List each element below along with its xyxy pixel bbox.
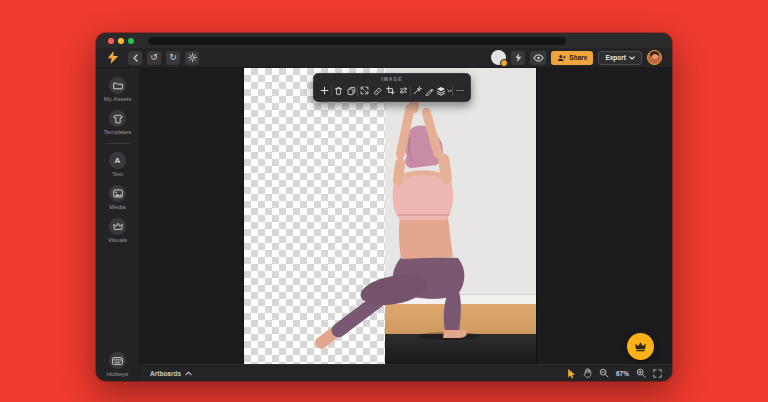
artboards-toggle[interactable]: Artboards xyxy=(150,370,192,377)
sidebar-item-my-assets[interactable]: My Assets xyxy=(96,74,139,105)
photo-background xyxy=(385,68,536,364)
bottom-bar: Artboards 67% xyxy=(140,364,672,381)
sidebar-label: Media xyxy=(109,204,125,210)
hand-tool-button[interactable] xyxy=(583,368,592,378)
export-button[interactable]: Export xyxy=(598,51,642,65)
undo-button[interactable]: ↺ xyxy=(147,51,161,65)
duplicate-icon xyxy=(347,86,356,96)
design-canvas[interactable]: IMAGE xyxy=(140,68,672,364)
visuals-icon xyxy=(113,222,123,231)
share-label: Share xyxy=(569,54,587,61)
window-controls xyxy=(108,38,134,44)
photo-baseboard xyxy=(385,294,536,304)
text-icon: A xyxy=(109,152,126,169)
hotkeys-label: Hotkeys xyxy=(107,371,129,377)
duplicate-button[interactable] xyxy=(345,84,358,97)
close-window-button[interactable] xyxy=(108,38,114,44)
sidebar-label: Text xyxy=(112,171,123,177)
pen-icon xyxy=(425,86,434,96)
sidebar-item-media[interactable]: Media xyxy=(96,182,139,213)
resize-icon xyxy=(360,86,369,95)
resize-button[interactable] xyxy=(358,84,371,97)
hotkeys-button[interactable]: Hotkeys xyxy=(107,352,129,381)
zoom-in-icon xyxy=(636,368,646,378)
remove-background-button[interactable] xyxy=(371,84,384,97)
toolbar-right-group: Share Export xyxy=(491,50,662,65)
share-button[interactable]: Share xyxy=(551,51,593,65)
shirt-icon xyxy=(113,114,123,124)
photo-wood-floor xyxy=(385,304,536,334)
erase-pen-button[interactable] xyxy=(423,84,436,97)
upgrade-button[interactable] xyxy=(511,51,525,65)
chevron-up-icon xyxy=(185,371,192,376)
lightning-icon xyxy=(515,53,522,62)
magic-wand-button[interactable] xyxy=(411,84,424,97)
cursor-icon xyxy=(567,368,576,379)
layers-button[interactable] xyxy=(436,86,452,96)
magic-wand-icon xyxy=(413,86,422,95)
eraser-icon xyxy=(373,86,382,95)
crop-icon xyxy=(386,86,395,95)
crown-icon xyxy=(634,341,647,352)
more-options-button[interactable]: ⋯ xyxy=(453,84,466,97)
image-context-toolbar: IMAGE xyxy=(313,73,471,102)
export-label: Export xyxy=(605,54,626,61)
eye-icon xyxy=(533,54,544,62)
person-plus-icon xyxy=(557,54,566,62)
add-icon xyxy=(320,86,329,95)
maximize-window-button[interactable] xyxy=(128,38,134,44)
preview-button[interactable] xyxy=(530,51,546,65)
flip-icon xyxy=(399,86,408,95)
zoom-in-button[interactable] xyxy=(636,368,646,378)
delete-button[interactable] xyxy=(332,84,345,97)
comments-avatar[interactable] xyxy=(491,50,506,65)
zoom-level-indicator[interactable]: 67% xyxy=(616,370,629,377)
app-window: ↺ ↻ Share Export xyxy=(96,33,672,381)
photo-yoga-mat xyxy=(385,334,536,364)
undo-icon: ↺ xyxy=(150,53,158,62)
sidebar-item-text[interactable]: A Text xyxy=(96,149,139,180)
fit-screen-button[interactable] xyxy=(653,369,662,378)
folder-icon xyxy=(113,82,123,90)
redo-icon: ↻ xyxy=(169,53,177,62)
chevron-down-icon xyxy=(629,56,635,60)
hand-icon xyxy=(583,368,592,378)
trash-icon xyxy=(334,86,343,96)
artboards-label: Artboards xyxy=(150,370,181,377)
sidebar-item-templates[interactable]: Templates xyxy=(96,107,139,138)
media-icon xyxy=(113,189,123,198)
user-avatar[interactable] xyxy=(647,50,662,65)
canvas-tools: 67% xyxy=(567,368,662,379)
add-button[interactable] xyxy=(318,84,331,97)
address-bar[interactable] xyxy=(148,37,566,45)
crop-button[interactable] xyxy=(384,84,397,97)
app-toolbar: ↺ ↻ Share Export xyxy=(96,48,672,68)
flip-button[interactable] xyxy=(397,84,410,97)
more-icon: ⋯ xyxy=(456,86,464,95)
fit-screen-icon xyxy=(653,369,662,378)
select-tool-button[interactable] xyxy=(567,368,576,379)
sidebar-label: My Assets xyxy=(104,96,131,102)
sidebar-item-visuals[interactable]: Visuals xyxy=(96,215,139,246)
notification-badge xyxy=(500,59,508,67)
redo-button[interactable]: ↻ xyxy=(166,51,180,65)
back-button[interactable] xyxy=(128,51,142,65)
zoom-out-icon xyxy=(599,368,609,378)
settings-button[interactable] xyxy=(185,51,199,65)
left-sidebar: My Assets Templates A Text Media Visuals xyxy=(96,68,140,381)
gear-icon xyxy=(188,53,197,62)
minimize-window-button[interactable] xyxy=(118,38,124,44)
artboard-image[interactable] xyxy=(244,68,536,364)
browser-titlebar xyxy=(96,33,672,48)
layers-icon xyxy=(436,86,446,96)
app-logo-icon[interactable] xyxy=(106,51,120,65)
assistant-crown-button[interactable] xyxy=(627,333,654,360)
sidebar-label: Templates xyxy=(104,129,131,135)
context-toolbar-title: IMAGE xyxy=(318,76,466,82)
keyboard-icon xyxy=(112,357,123,365)
zoom-out-button[interactable] xyxy=(599,368,609,378)
sidebar-label: Visuals xyxy=(108,237,127,243)
sidebar-divider xyxy=(105,143,131,144)
